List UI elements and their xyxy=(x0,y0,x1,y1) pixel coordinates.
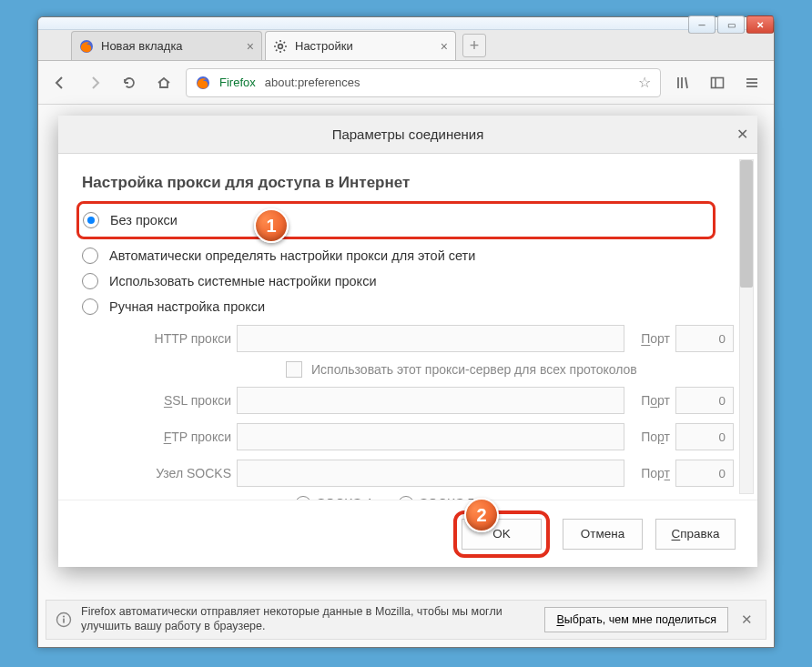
svg-point-20 xyxy=(63,615,65,617)
info-bar: Firefox автоматически отправляет некотор… xyxy=(46,600,766,640)
radio-icon[interactable] xyxy=(82,248,98,264)
svg-rect-14 xyxy=(712,77,724,87)
share-choice-button[interactable]: Выбрать, чем мне поделиться xyxy=(544,607,728,632)
socks-proxy-label: Узел SOCKS xyxy=(133,466,231,480)
tab-label: Новая вкладка xyxy=(101,39,183,53)
sidebar-button[interactable] xyxy=(705,70,730,96)
port-label: Порт xyxy=(630,331,670,346)
reload-button[interactable] xyxy=(117,70,142,96)
info-message: Firefox автоматически отправляет некотор… xyxy=(81,605,535,633)
highlight-box-1: Без прокси xyxy=(76,201,716,239)
radio-icon[interactable] xyxy=(82,298,98,315)
ftp-proxy-label: FTP прокси xyxy=(133,430,231,444)
home-button[interactable] xyxy=(151,70,177,96)
ssl-port-input[interactable] xyxy=(675,387,734,414)
window-minimize-button[interactable]: ─ xyxy=(688,15,716,34)
connection-settings-dialog: Параметры соединения ✕ Настройка прокси … xyxy=(58,116,757,567)
svg-line-7 xyxy=(284,49,285,50)
info-icon xyxy=(56,611,72,628)
radio-icon[interactable] xyxy=(82,273,98,289)
tab-settings[interactable]: Настройки × xyxy=(265,31,456,60)
ftp-port-input[interactable] xyxy=(675,423,734,450)
radio-manual-proxy[interactable]: Ручная настройка прокси xyxy=(82,294,734,319)
firefox-icon xyxy=(196,76,210,90)
dialog-body: Настройка прокси для доступа в Интернет … xyxy=(58,154,757,500)
checkbox-label: Использовать этот прокси-сервер для всех… xyxy=(311,362,637,377)
new-tab-button[interactable]: + xyxy=(462,34,486,57)
http-proxy-input[interactable] xyxy=(237,325,624,352)
menu-button[interactable] xyxy=(739,70,765,96)
window-close-button[interactable]: ✕ xyxy=(746,15,774,34)
callout-badge-2: 2 xyxy=(464,498,499,532)
dialog-titlebar: Параметры соединения ✕ xyxy=(58,116,757,154)
scrollbar[interactable] xyxy=(739,159,754,494)
tab-label: Настройки xyxy=(295,39,353,53)
radio-label: Использовать системные настройки прокси xyxy=(109,274,376,288)
gear-icon xyxy=(273,39,288,54)
ftp-proxy-input[interactable] xyxy=(237,423,624,450)
http-port-input[interactable] xyxy=(675,325,734,352)
socks-version-row: SOCKS 4 SOCKS 5 xyxy=(295,496,734,500)
app-window: ─ ▭ ✕ Новая вкладка × Настройки × + F xyxy=(37,16,775,648)
tab-new[interactable]: Новая вкладка × xyxy=(71,31,262,60)
help-button[interactable]: Справка xyxy=(655,519,736,550)
svg-line-8 xyxy=(276,49,277,50)
svg-rect-21 xyxy=(63,619,65,623)
svg-line-9 xyxy=(284,42,285,43)
tab-strip: Новая вкладка × Настройки × + xyxy=(38,30,774,61)
checkbox-icon[interactable] xyxy=(286,361,302,378)
info-close-icon[interactable]: ✕ xyxy=(737,608,756,632)
content-area: Параметры соединения ✕ Настройка прокси … xyxy=(38,105,774,647)
tab-close-icon[interactable]: × xyxy=(247,39,254,54)
svg-line-6 xyxy=(276,42,277,43)
nav-toolbar: Firefox about:preferences ☆ xyxy=(38,61,774,105)
use-for-all-checkbox-row[interactable]: Использовать этот прокси-сервер для всех… xyxy=(286,361,734,378)
dialog-close-icon[interactable]: ✕ xyxy=(736,126,748,143)
back-button[interactable] xyxy=(47,70,73,96)
library-button[interactable] xyxy=(670,70,695,96)
svg-line-13 xyxy=(685,77,687,88)
radio-system-proxy[interactable]: Использовать системные настройки прокси xyxy=(82,268,734,294)
dialog-title-text: Параметры соединения xyxy=(332,126,484,142)
dialog-footer: OK Отмена Справка xyxy=(58,500,757,567)
port-label: Порт xyxy=(630,430,670,444)
ssl-proxy-input[interactable] xyxy=(237,387,624,414)
radio-socks4[interactable]: SOCKS 4 xyxy=(295,496,372,500)
callout-badge-1: 1 xyxy=(254,208,289,243)
manual-proxy-grid: HTTP прокси Порт Использовать этот прокс… xyxy=(133,325,734,500)
window-maximize-button[interactable]: ▭ xyxy=(717,15,745,34)
url-text: about:preferences xyxy=(265,76,360,89)
svg-point-1 xyxy=(279,44,283,48)
scrollbar-thumb[interactable] xyxy=(740,160,753,288)
socks-port-input[interactable] xyxy=(675,460,734,487)
window-titlebar: ─ ▭ ✕ xyxy=(38,17,774,30)
radio-label: Без прокси xyxy=(110,213,178,227)
forward-button[interactable] xyxy=(82,70,107,96)
radio-label: Автоматически определять настройки прокс… xyxy=(109,248,475,263)
socks-proxy-input[interactable] xyxy=(237,460,624,487)
radio-label: Ручная настройка прокси xyxy=(109,299,265,314)
radio-auto-detect[interactable]: Автоматически определять настройки прокс… xyxy=(82,243,734,268)
http-proxy-label: HTTP прокси xyxy=(133,331,231,346)
radio-socks5[interactable]: SOCKS 5 xyxy=(398,496,475,500)
radio-no-proxy[interactable]: Без прокси xyxy=(83,207,709,233)
port-label: Порт xyxy=(630,393,670,408)
tab-close-icon[interactable]: × xyxy=(441,39,448,54)
ssl-proxy-label: SSL прокси xyxy=(133,393,231,408)
firefox-icon xyxy=(79,39,94,54)
url-product: Firefox xyxy=(219,76,256,89)
port-label: Порт xyxy=(630,466,670,480)
cancel-button[interactable]: Отмена xyxy=(563,519,643,550)
section-title: Настройка прокси для доступа в Интернет xyxy=(82,174,734,192)
radio-icon[interactable] xyxy=(83,212,99,228)
url-bar[interactable]: Firefox about:preferences ☆ xyxy=(186,68,661,97)
bookmark-star-icon[interactable]: ☆ xyxy=(638,74,651,91)
